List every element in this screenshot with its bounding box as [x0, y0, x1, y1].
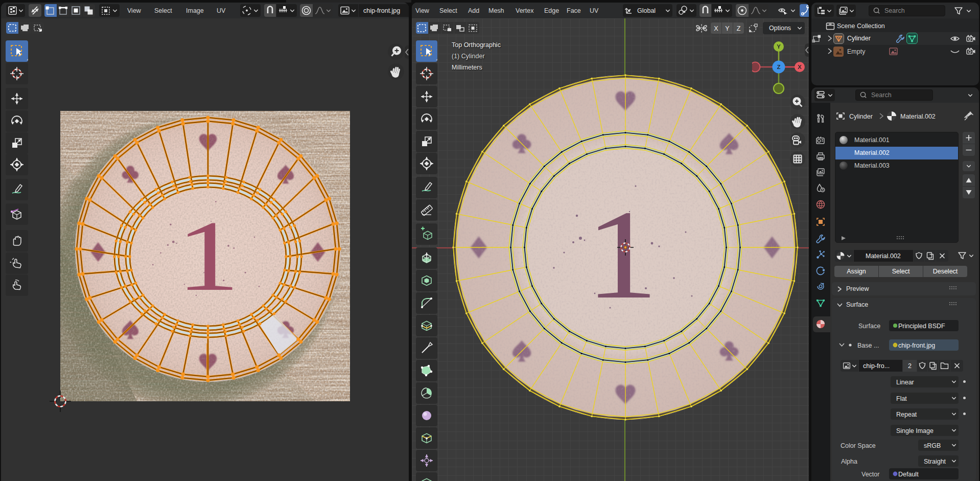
svg-text:Y: Y [777, 43, 781, 50]
svg-text:Z: Z [777, 64, 780, 70]
svg-text:X: X [798, 64, 802, 70]
svg-text:1: 1 [176, 200, 240, 311]
